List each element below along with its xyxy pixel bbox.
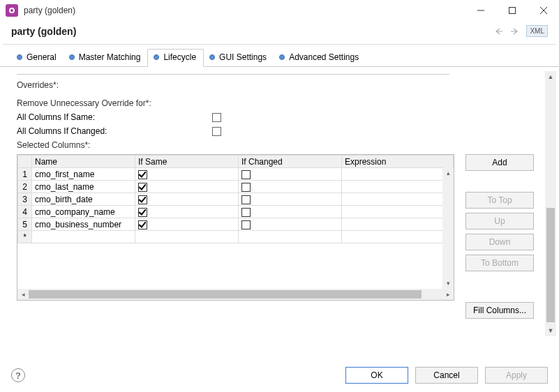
cell-if-changed[interactable] xyxy=(239,193,342,206)
tab-general[interactable]: General xyxy=(11,50,64,66)
to-bottom-button[interactable]: To Bottom xyxy=(465,255,534,271)
row-number: 3 xyxy=(18,193,32,206)
up-button[interactable]: Up xyxy=(465,213,534,229)
content-scrollbar[interactable]: ▲ ▼ xyxy=(545,71,556,336)
svg-rect-1 xyxy=(509,8,515,14)
row-number: 1 xyxy=(18,168,32,181)
row-header-blank xyxy=(18,156,32,168)
cancel-button[interactable]: Cancel xyxy=(415,367,478,384)
down-button[interactable]: Down xyxy=(465,234,534,250)
checkbox-icon[interactable] xyxy=(138,170,147,179)
cell-if-same[interactable] xyxy=(135,181,239,193)
all-columns-if-changed-label: All Columns If Changed: xyxy=(17,126,212,136)
scroll-thumb[interactable] xyxy=(546,208,555,322)
table-row[interactable]: 1cmo_first_name xyxy=(18,168,454,181)
cell-expression[interactable] xyxy=(342,181,454,193)
cell-if-same[interactable] xyxy=(135,193,239,206)
all-columns-if-same-checkbox[interactable] xyxy=(212,113,221,122)
checkbox-icon[interactable] xyxy=(241,183,251,192)
to-top-button[interactable]: To Top xyxy=(465,192,534,209)
overrides-label: Overrides*: xyxy=(17,80,59,90)
scroll-left-icon[interactable]: ◂ xyxy=(17,289,29,300)
scroll-up-icon[interactable]: ▴ xyxy=(442,167,454,179)
bullet-icon xyxy=(279,54,285,60)
table-row[interactable]: 3cmo_birth_date xyxy=(18,193,454,206)
col-name[interactable]: Name xyxy=(32,156,135,168)
table-row[interactable]: 5cmo_business_number xyxy=(18,218,454,231)
all-columns-if-same-label: All Columns If Same: xyxy=(17,112,212,122)
table-buttons: Add To Top Up Down To Bottom Fill Column… xyxy=(465,154,534,319)
cell-name[interactable]: cmo_last_name xyxy=(32,181,135,193)
tab-label: Advanced Settings xyxy=(289,52,359,62)
checkbox-icon[interactable] xyxy=(241,170,251,179)
cell-expression[interactable] xyxy=(342,168,454,181)
row-number: 2 xyxy=(18,181,32,193)
tab-gui-settings[interactable]: GUI Settings xyxy=(204,50,274,66)
cell-name[interactable]: cmo_company_name xyxy=(32,206,135,218)
table-row[interactable]: 2cmo_last_name xyxy=(18,181,454,193)
cell-if-changed[interactable] xyxy=(239,168,342,181)
titlebar: party (golden) xyxy=(0,0,559,21)
cell-name[interactable]: cmo_birth_date xyxy=(32,193,135,206)
cell-name[interactable]: cmo_first_name xyxy=(32,168,135,181)
tab-label: General xyxy=(27,52,57,62)
row-number: 5 xyxy=(18,218,32,231)
columns-table: Name If Same If Changed Expression 1cmo_… xyxy=(17,154,454,301)
cell-if-changed[interactable] xyxy=(239,218,342,231)
tab-label: Master Matching xyxy=(79,52,141,62)
ok-button[interactable]: OK xyxy=(345,367,408,384)
checkbox-icon[interactable] xyxy=(241,220,251,229)
checkbox-icon[interactable] xyxy=(138,220,147,229)
table-vertical-scrollbar[interactable]: ▴ ▾ xyxy=(442,167,454,289)
tab-label: GUI Settings xyxy=(219,52,267,62)
cell-if-changed[interactable] xyxy=(239,181,342,193)
checkbox-icon[interactable] xyxy=(138,195,147,204)
bullet-icon xyxy=(17,54,22,60)
tab-master-matching[interactable]: Master Matching xyxy=(64,50,148,66)
window-title: party (golden) xyxy=(24,6,465,15)
maximize-button[interactable] xyxy=(496,0,528,21)
col-if-changed[interactable]: If Changed xyxy=(239,156,342,168)
checkbox-icon[interactable] xyxy=(241,195,251,204)
cell-expression[interactable] xyxy=(342,206,454,218)
cell-if-same[interactable] xyxy=(135,206,239,218)
content: ▲ ▼ Overrides*: Remove Unnecessary Overr… xyxy=(0,67,559,340)
nav-forward-icon[interactable] xyxy=(508,26,522,37)
cell-expression[interactable] xyxy=(342,193,454,206)
all-columns-if-changed-checkbox[interactable] xyxy=(212,127,221,136)
nav-back-icon[interactable] xyxy=(491,26,505,37)
table-horizontal-scrollbar[interactable]: ◂ ▸ xyxy=(17,289,454,300)
checkbox-icon[interactable] xyxy=(241,208,251,217)
tab-lifecycle[interactable]: Lifecycle xyxy=(147,49,204,67)
apply-button[interactable]: Apply xyxy=(485,367,548,384)
table-new-row[interactable]: * xyxy=(18,231,454,243)
xml-button[interactable]: XML xyxy=(526,25,548,37)
col-if-same[interactable]: If Same xyxy=(135,156,239,168)
table-row[interactable]: 4cmo_company_name xyxy=(18,206,454,218)
checkbox-icon[interactable] xyxy=(138,208,147,217)
remove-unnecessary-label: Remove Unnecessary Override for*: xyxy=(17,98,151,108)
fill-columns-button[interactable]: Fill Columns... xyxy=(465,302,534,319)
scroll-right-icon[interactable]: ▸ xyxy=(442,289,454,300)
help-icon[interactable]: ? xyxy=(11,368,25,382)
cell-expression[interactable] xyxy=(342,218,454,231)
cell-name[interactable]: cmo_business_number xyxy=(32,218,135,231)
new-row-marker: * xyxy=(18,231,32,243)
checkbox-icon[interactable] xyxy=(138,183,147,192)
bullet-icon xyxy=(209,54,215,60)
scroll-down-icon[interactable]: ▼ xyxy=(545,325,556,336)
scroll-up-icon[interactable]: ▲ xyxy=(545,71,556,82)
cell-if-changed[interactable] xyxy=(239,206,342,218)
minimize-button[interactable] xyxy=(465,0,496,21)
close-button[interactable] xyxy=(528,0,559,21)
cell-if-same[interactable] xyxy=(135,218,239,231)
tabs: General Master Matching Lifecycle GUI Se… xyxy=(0,45,559,67)
col-expression[interactable]: Expression xyxy=(342,156,454,168)
page-title: party (golden) xyxy=(11,26,490,37)
hscroll-thumb[interactable] xyxy=(29,290,422,299)
tab-advanced-settings[interactable]: Advanced Settings xyxy=(274,50,366,66)
add-button[interactable]: Add xyxy=(465,154,534,171)
footer: ? OK Cancel Apply xyxy=(0,359,559,392)
cell-if-same[interactable] xyxy=(135,168,239,181)
scroll-down-icon[interactable]: ▾ xyxy=(442,278,454,289)
